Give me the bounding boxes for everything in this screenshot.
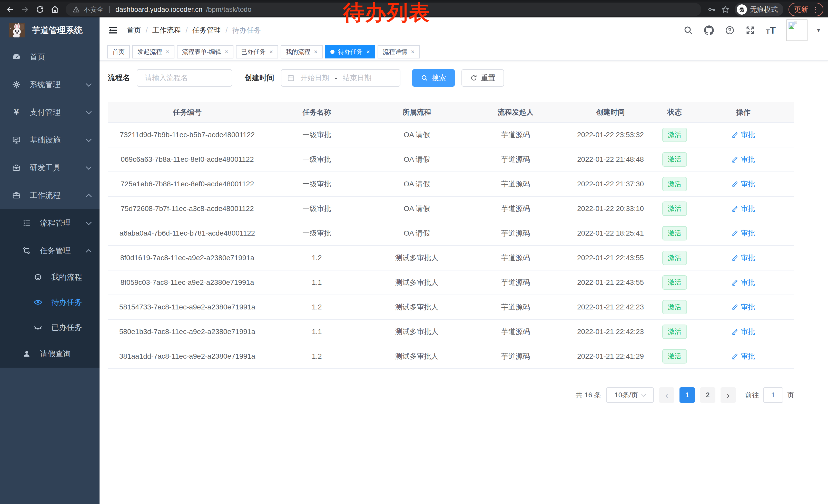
page-button-2[interactable]: 2 bbox=[700, 387, 715, 403]
close-icon[interactable]: × bbox=[314, 49, 318, 55]
task-process: 测试多审批人 bbox=[367, 270, 467, 295]
approve-link[interactable]: 审批 bbox=[732, 352, 755, 361]
browser-forward-button[interactable] bbox=[18, 3, 32, 16]
goto-page-input[interactable]: 1 bbox=[763, 387, 783, 403]
approve-link[interactable]: 审批 bbox=[732, 130, 755, 140]
key-extension-icon[interactable] bbox=[705, 3, 718, 16]
sidebar-item-system[interactable]: 系统管理 bbox=[0, 71, 99, 98]
task-created: 2022-01-21 22:43:55 bbox=[564, 245, 657, 270]
page-button-1[interactable]: 1 bbox=[679, 387, 695, 403]
sidebar-item-infrastructure[interactable]: 基础设施 bbox=[0, 126, 99, 154]
approve-link[interactable]: 审批 bbox=[732, 253, 755, 263]
incognito-label: 无痕模式 bbox=[750, 5, 778, 14]
page-size-select[interactable]: 10条/页 bbox=[606, 387, 654, 403]
sidebar-item-workflow[interactable]: 工作流程 bbox=[0, 182, 99, 209]
help-button[interactable] bbox=[725, 26, 735, 35]
create-time-label: 创建时间 bbox=[244, 73, 274, 83]
page-content: 流程名 请输入流程名 创建时间 开始日期 - 结束日期 搜索 bbox=[99, 61, 794, 403]
chevron-down-icon bbox=[86, 220, 92, 225]
tab-form-edit[interactable]: 流程表单-编辑 × bbox=[177, 45, 234, 58]
sidebar-item-payment[interactable]: ¥ 支付管理 bbox=[0, 98, 99, 126]
tab-done-tasks[interactable]: 已办任务 × bbox=[236, 45, 278, 58]
process-name-input[interactable]: 请输入流程名 bbox=[137, 69, 232, 87]
approve-link[interactable]: 审批 bbox=[732, 228, 755, 238]
task-process: 测试多审批人 bbox=[367, 295, 467, 319]
sidebar-item-leave-query[interactable]: 请假查询 bbox=[0, 340, 99, 368]
approve-link[interactable]: 审批 bbox=[732, 327, 755, 336]
sidebar-item-done-tasks[interactable]: 已办任务 bbox=[0, 315, 99, 340]
url-bar[interactable]: 不安全 dashboard.yudao.iocoder.cn /bpm/task… bbox=[66, 3, 701, 16]
edit-pencil-icon bbox=[732, 328, 738, 335]
approve-link[interactable]: 审批 bbox=[732, 154, 755, 164]
font-size-button[interactable]: TT bbox=[766, 27, 776, 34]
tab-bar: 首页 发起流程 × 流程表单-编辑 × 已办任务 × 我的流程 × bbox=[99, 43, 828, 61]
bookmark-star-button[interactable] bbox=[719, 3, 732, 16]
tab-my-process[interactable]: 我的流程 × bbox=[281, 45, 323, 58]
reset-button[interactable]: 重置 bbox=[461, 69, 504, 87]
approve-link[interactable]: 审批 bbox=[732, 204, 755, 214]
browser-reload-button[interactable] bbox=[33, 3, 47, 16]
sidebar-item-process-management[interactable]: 流程管理 bbox=[0, 209, 99, 237]
status-badge: 激活 bbox=[662, 349, 687, 363]
task-created: 2022-01-21 22:41:29 bbox=[564, 344, 657, 369]
fullscreen-button[interactable] bbox=[745, 26, 755, 35]
header-search-button[interactable] bbox=[683, 26, 693, 35]
reload-icon bbox=[36, 5, 44, 14]
chevron-up-icon bbox=[86, 194, 92, 200]
task-process: 测试多审批人 bbox=[367, 344, 467, 369]
chevron-up-icon bbox=[86, 249, 92, 255]
task-name: 一级审批 bbox=[267, 172, 367, 196]
status-badge: 激活 bbox=[662, 226, 687, 240]
prev-page-button[interactable]: ‹ bbox=[659, 387, 674, 403]
url-path: /bpm/task/todo bbox=[206, 6, 251, 13]
github-link[interactable] bbox=[704, 25, 714, 35]
sidebar-item-todo-tasks[interactable]: 待办任务 bbox=[0, 290, 99, 315]
question-icon bbox=[725, 26, 735, 35]
close-icon[interactable]: × bbox=[411, 49, 415, 55]
status-badge: 激活 bbox=[662, 325, 687, 339]
edit-pencil-icon bbox=[732, 205, 738, 212]
browser-toolbar: 不安全 dashboard.yudao.iocoder.cn /bpm/task… bbox=[0, 0, 828, 17]
task-id: 8f0d1619-7ac8-11ec-a9e2-a2380e71991a bbox=[108, 245, 267, 270]
approve-link[interactable]: 审批 bbox=[732, 278, 755, 287]
breadcrumb-separator: / bbox=[186, 26, 188, 34]
search-button[interactable]: 搜索 bbox=[412, 69, 455, 87]
sidebar-item-devtools[interactable]: 研发工具 bbox=[0, 154, 99, 182]
sidebar-item-task-management[interactable]: 任务管理 bbox=[0, 237, 99, 265]
edit-pencil-icon bbox=[732, 230, 738, 237]
tab-todo-tasks[interactable]: 待办任务 × bbox=[325, 45, 375, 58]
sidebar-item-my-process[interactable]: 我的流程 bbox=[0, 265, 99, 290]
avatar-caret-icon[interactable]: ▼ bbox=[816, 27, 821, 34]
browser-menu-icon[interactable]: ⋮ bbox=[812, 5, 819, 14]
edit-pencil-icon bbox=[732, 353, 738, 360]
filter-bar: 流程名 请输入流程名 创建时间 开始日期 - 结束日期 搜索 bbox=[108, 69, 794, 87]
end-date-placeholder: 结束日期 bbox=[343, 73, 371, 83]
breadcrumb-workflow[interactable]: 工作流程 bbox=[152, 26, 181, 35]
close-icon[interactable]: × bbox=[366, 49, 370, 55]
task-id: 58154733-7ac8-11ec-a9e2-a2380e71991a bbox=[108, 295, 267, 319]
date-range-input[interactable]: 开始日期 - 结束日期 bbox=[281, 69, 401, 87]
task-name: 1.1 bbox=[267, 270, 367, 295]
browser-home-button[interactable] bbox=[48, 3, 61, 16]
breadcrumb-task-management[interactable]: 任务管理 bbox=[192, 26, 221, 35]
close-icon[interactable]: × bbox=[166, 49, 169, 55]
star-icon bbox=[721, 5, 730, 14]
approve-link[interactable]: 审批 bbox=[732, 302, 755, 312]
breadcrumb: 首页 / 工作流程 / 任务管理 / 待办任务 bbox=[127, 26, 261, 35]
briefcase-icon bbox=[11, 191, 22, 200]
tab-process-detail[interactable]: 流程详情 × bbox=[378, 45, 420, 58]
avatar[interactable] bbox=[786, 19, 808, 41]
browser-update-button[interactable]: 更新 ⋮ bbox=[788, 3, 823, 16]
edit-pencil-icon bbox=[732, 132, 738, 138]
chevron-down-icon bbox=[86, 81, 92, 87]
close-icon[interactable]: × bbox=[269, 49, 273, 55]
tab-home[interactable]: 首页 bbox=[107, 45, 130, 58]
tab-start-process[interactable]: 发起流程 × bbox=[132, 45, 174, 58]
sidebar-item-home[interactable]: 首页 bbox=[0, 43, 99, 71]
next-page-button[interactable]: › bbox=[720, 387, 736, 403]
sidebar-collapse-button[interactable] bbox=[107, 25, 119, 36]
browser-back-button[interactable] bbox=[4, 3, 17, 16]
close-icon[interactable]: × bbox=[225, 49, 228, 55]
breadcrumb-home[interactable]: 首页 bbox=[127, 26, 141, 35]
approve-link[interactable]: 审批 bbox=[732, 179, 755, 189]
